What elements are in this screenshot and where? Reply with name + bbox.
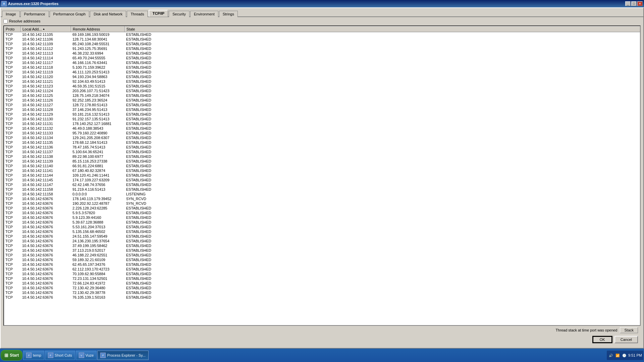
table-row[interactable]: TCP10.4.50.142:111375.100.64.36:65241EST…: [4, 149, 640, 154]
table-row[interactable]: TCP10.4.50.142:1111946.111.120.253:51413…: [4, 70, 640, 74]
table-cell: 91.243.125.75:35691: [71, 46, 125, 51]
status-text: Thread stack at time port was opened: [555, 328, 617, 332]
table-row[interactable]: TCP10.4.50.142:636762.226.128.243:62285E…: [4, 206, 640, 210]
tab-performance-graph[interactable]: Performance Graph: [50, 11, 90, 17]
table-cell: TCP: [4, 290, 21, 295]
table-row[interactable]: TCP10.4.50.142:1114167.180.40.82:32874ES…: [4, 168, 640, 173]
table-cell: TCP: [4, 131, 21, 135]
table-row[interactable]: TCP10.4.50.142:11106128.71.134.68:30041E…: [4, 37, 640, 42]
table-cell: 89.22.98.100:6977: [71, 154, 125, 159]
table-row[interactable]: TCP10.4.50.142:63676190.202.92.122:48787…: [4, 201, 640, 206]
table-row[interactable]: TCP10.4.50.142:1113246.49.0.188:38543EST…: [4, 126, 640, 131]
taskbar-item-2[interactable]: VVuze: [76, 351, 97, 360]
table-row[interactable]: TCP10.4.50.142:11127128.72.178.80:51413E…: [4, 103, 640, 107]
table-row[interactable]: TCP10.4.50.142:636765.135.156.68:46502ES…: [4, 229, 640, 234]
table-cell: 10.4.50.142:63676: [21, 243, 71, 248]
resolve-addresses-checkbox[interactable]: [3, 19, 8, 23]
table-row[interactable]: TCP10.4.50.142:1112993.181.216.132:51413…: [4, 112, 640, 117]
table-row[interactable]: TCP10.4.50.142:1112192.104.63.49:51413ES…: [4, 79, 640, 84]
table-row[interactable]: TCP10.4.50.142:1115891.219.4.116:51413ES…: [4, 187, 640, 192]
table-cell: ESTABLISHED: [125, 56, 640, 60]
table-cell: TCP: [4, 117, 21, 121]
table-row[interactable]: TCP10.4.50.142:1114066.91.81.224:6881EST…: [4, 164, 640, 168]
table-row[interactable]: TCP10.4.50.142:11144109.120.41.246:11441…: [4, 173, 640, 178]
table-row[interactable]: TCP10.4.50.142:1113985.15.116.253:27338E…: [4, 159, 640, 164]
table-row[interactable]: TCP10.4.50.142:1111291.243.125.75:35691E…: [4, 46, 640, 51]
table-row[interactable]: TCP10.4.50.142:1111465.49.70.244:55555ES…: [4, 56, 640, 60]
table-cell: ESTABLISHED: [125, 93, 640, 98]
tab-security[interactable]: Security: [169, 11, 190, 17]
table-row[interactable]: TCP10.4.50.142:11134129.241.205.208:6307…: [4, 135, 640, 140]
table-row[interactable]: TCP10.4.50.142:6367637.113.219.0:52017ES…: [4, 248, 640, 253]
tab-strings[interactable]: Strings: [219, 11, 238, 17]
tab-environment[interactable]: Environment: [190, 11, 218, 17]
table-cell: 5.9.123.39:44160: [71, 215, 125, 220]
col-header-proto[interactable]: Proto: [4, 26, 21, 32]
table-row[interactable]: TCP10.4.50.142:1110569.169.186.193:50019…: [4, 32, 640, 37]
table-row[interactable]: TCP10.4.50.142:1113678.47.165.74:51413ES…: [4, 145, 640, 149]
tab-tcp-ip[interactable]: TCP/IP: [149, 10, 168, 17]
table-row[interactable]: TCP10.4.50.142:11135178.68.12.184:51413E…: [4, 140, 640, 145]
table-cell: 10.4.50.142:63676: [21, 281, 71, 286]
table-row[interactable]: TCP10.4.50.142:6367676.105.139.1:50163ES…: [4, 295, 640, 300]
col-header-state[interactable]: State: [125, 26, 640, 32]
taskbar-item-3[interactable]: PProcess Explorer - Sy...: [97, 351, 149, 360]
table-row[interactable]: TCP10.4.50.142:636765.53.161.204:37013ES…: [4, 225, 640, 229]
table-row[interactable]: TCP10.4.50.142:1113395.79.160.222:40890E…: [4, 131, 640, 135]
table-row[interactable]: TCP10.4.50.142:1112837.146.234.95:51413E…: [4, 107, 640, 112]
table-row[interactable]: TCP10.4.50.142:1113889.22.98.100:6977EST…: [4, 154, 640, 159]
table-row[interactable]: TCP10.4.50.142:11125128.75.149.218:34074…: [4, 93, 640, 98]
table-row[interactable]: TCP10.4.50.142:6367672.130.42.29:38778ES…: [4, 290, 640, 295]
table-cell: TCP: [4, 295, 21, 300]
table-cell: 95.79.160.222:40890: [71, 131, 125, 135]
table-row[interactable]: TCP10.4.50.142:11131178.140.252.127:1688…: [4, 121, 640, 126]
table-row[interactable]: TCP10.4.50.142:6367637.49.199.195:58462E…: [4, 243, 640, 248]
table-row[interactable]: TCP10.4.50.142:1112094.193.234.94:58863E…: [4, 74, 640, 79]
tab-threads[interactable]: Threads: [127, 11, 148, 17]
table-row[interactable]: TCP10.4.50.142:6367672.66.124.83:41972ES…: [4, 281, 640, 286]
minimize-button[interactable]: _: [625, 1, 631, 6]
taskbar-item-0[interactable]: Ftemp: [23, 351, 44, 360]
stack-button[interactable]: Stack: [620, 327, 638, 333]
table-row[interactable]: TCP10.4.50.142:1111746.166.116.76:63441E…: [4, 60, 640, 65]
title-bar-controls[interactable]: _ □ ✕: [625, 1, 643, 6]
table-row[interactable]: TCP10.4.50.142:6367659.189.32.21:60109ES…: [4, 257, 640, 262]
restore-button[interactable]: □: [631, 1, 637, 6]
table-row[interactable]: TCP10.4.50.142:1111346.38.232.33:6994EST…: [4, 51, 640, 56]
table-cell: TCP: [4, 74, 21, 79]
table-row[interactable]: TCP10.4.50.142:11124203.206.107.71:51423…: [4, 88, 640, 93]
table-row[interactable]: TCP10.4.50.142:6367624.51.155.147:59549E…: [4, 234, 640, 239]
table-row[interactable]: TCP10.4.50.142:11145174.17.109.227:63209…: [4, 178, 640, 182]
table-row[interactable]: TCP10.4.50.142:1114762.42.148.74:37656ES…: [4, 182, 640, 187]
table-row[interactable]: TCP10.4.50.142:6367662.112.193.170:42723…: [4, 267, 640, 272]
col-header-local[interactable]: Local Add... ▲: [21, 26, 71, 32]
taskbar-item-1[interactable]: FShort Cuts: [45, 351, 75, 360]
table-cell: 65.49.70.244:55555: [71, 56, 125, 60]
table-row[interactable]: TCP10.4.50.142:6367624.136.230.195:37654…: [4, 239, 640, 243]
table-row[interactable]: TCP10.4.50.142:6367670.109.62.90:55884ES…: [4, 272, 640, 276]
table-row[interactable]: TCP10.4.50.142:6367662.45.65.197:34376ES…: [4, 262, 640, 267]
table-cell: 10.4.50.142:11137: [21, 149, 71, 154]
table-row[interactable]: TCP10.4.50.142:63676178.140.119.179:3945…: [4, 196, 640, 201]
table-row[interactable]: TCP10.4.50.142:1112692.252.185.23:36524E…: [4, 98, 640, 103]
cancel-button[interactable]: Cancel: [614, 336, 638, 343]
table-row[interactable]: TCP10.4.50.142:636765.9.5.3:57820ESTABLI…: [4, 210, 640, 215]
table-row[interactable]: TCP10.4.50.142:1113091.232.157.135:51413…: [4, 117, 640, 121]
table-row[interactable]: TCP10.4.50.142:6367646.188.22.249:62551E…: [4, 253, 640, 257]
table-cell: 10.4.50.142:11120: [21, 74, 71, 79]
table-row[interactable]: TCP10.4.50.142:636765.39.67.128:36888EST…: [4, 220, 640, 225]
table-row[interactable]: TCP10.4.50.142:111580.0.0.0:0LISTENING: [4, 192, 640, 196]
table-row[interactable]: TCP10.4.50.142:6367672.130.42.29:36480ES…: [4, 286, 640, 290]
ok-button[interactable]: OK: [592, 336, 612, 343]
table-row[interactable]: TCP10.4.50.142:6367672.23.131.134:52501E…: [4, 276, 640, 281]
close-button[interactable]: ✕: [637, 1, 643, 6]
tab-image[interactable]: Image: [2, 11, 20, 17]
tab-performance[interactable]: Performance: [20, 11, 49, 17]
start-button[interactable]: ⊞ Start: [1, 350, 22, 361]
table-row[interactable]: TCP10.4.50.142:1110985.240.108.248:55531…: [4, 42, 640, 46]
table-row[interactable]: TCP10.4.50.142:111185.100.71.159:39622ES…: [4, 65, 640, 70]
table-row[interactable]: TCP10.4.50.142:636765.9.123.39:44160ESTA…: [4, 215, 640, 220]
col-header-remote[interactable]: Remote Address: [71, 26, 125, 32]
tab-disk-and-network[interactable]: Disk and Network: [90, 11, 126, 17]
table-row[interactable]: TCP10.4.50.142:1112346.59.35.191:51515ES…: [4, 84, 640, 88]
